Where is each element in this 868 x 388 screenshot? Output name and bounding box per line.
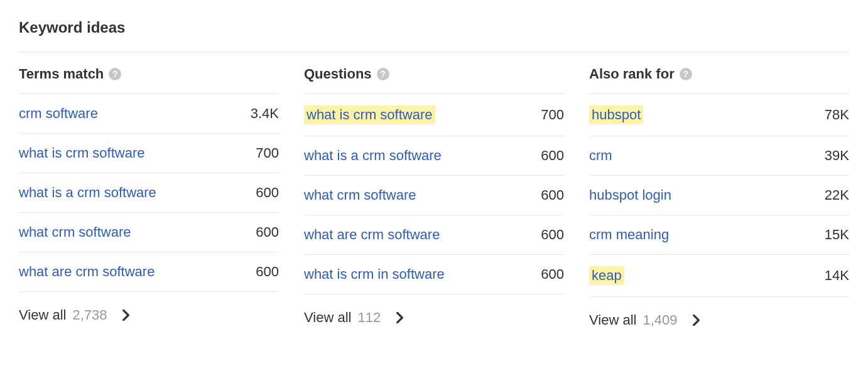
list-item: what is crm software 700 <box>19 134 279 173</box>
view-all-label: View all <box>19 307 66 323</box>
list-item: what is crm in software 600 <box>304 255 564 294</box>
list-item: hubspot login 22K <box>589 176 849 215</box>
keyword-link[interactable]: crm software <box>19 105 98 122</box>
keyword-link[interactable]: what is a crm software <box>19 185 156 201</box>
volume-value: 600 <box>256 264 279 280</box>
keyword-link[interactable]: what is crm in software <box>304 266 445 283</box>
keyword-link[interactable]: hubspot login <box>589 187 671 203</box>
column-header: Also rank for ? <box>589 52 849 94</box>
help-icon[interactable]: ? <box>109 68 121 80</box>
column-also-rank-for: Also rank for ? hubspot 78K crm 39K hubs… <box>589 52 849 328</box>
list-item: what is crm software 700 <box>304 94 564 136</box>
keyword-link[interactable]: hubspot <box>589 105 643 124</box>
view-all-button[interactable]: View all 2,738 <box>19 292 279 323</box>
volume-value: 700 <box>541 107 564 123</box>
volume-value: 22K <box>825 187 849 203</box>
volume-value: 78K <box>825 107 849 123</box>
list-item: what is a crm software 600 <box>19 173 279 213</box>
list-item: hubspot 78K <box>589 94 849 136</box>
view-all-count: 2,738 <box>72 307 107 323</box>
column-terms-match: Terms match ? crm software 3.4K what is … <box>19 52 279 328</box>
list-item: what crm software 600 <box>304 176 564 215</box>
keyword-link[interactable]: what is crm software <box>304 105 435 124</box>
volume-value: 14K <box>825 267 849 284</box>
volume-value: 15K <box>825 227 849 243</box>
volume-value: 39K <box>825 148 849 164</box>
help-icon[interactable]: ? <box>377 68 389 80</box>
keyword-link[interactable]: what crm software <box>304 187 416 203</box>
list-item: crm meaning 15K <box>589 215 849 255</box>
list-item: what are crm software 600 <box>304 215 564 255</box>
column-title: Questions <box>304 66 372 82</box>
volume-value: 600 <box>541 148 564 164</box>
volume-value: 3.4K <box>251 105 279 122</box>
keyword-link[interactable]: what is a crm software <box>304 148 442 164</box>
keyword-link[interactable]: what is crm software <box>19 145 145 161</box>
column-title: Terms match <box>19 66 104 82</box>
volume-value: 600 <box>541 266 564 283</box>
keyword-link[interactable]: crm <box>589 148 612 164</box>
column-questions: Questions ? what is crm software 700 wha… <box>304 52 564 328</box>
keyword-link[interactable]: what are crm software <box>304 227 440 243</box>
volume-value: 700 <box>256 145 279 161</box>
list-item: crm software 3.4K <box>19 94 279 134</box>
help-icon[interactable]: ? <box>680 68 692 80</box>
view-all-label: View all <box>304 310 351 326</box>
column-header: Questions ? <box>304 52 564 94</box>
volume-value: 600 <box>256 224 279 240</box>
keyword-link[interactable]: crm meaning <box>589 227 669 243</box>
chevron-right-icon <box>393 311 406 324</box>
list-item: what crm software 600 <box>19 213 279 252</box>
keyword-link[interactable]: what crm software <box>19 224 131 240</box>
list-item: what are crm software 600 <box>19 252 279 292</box>
view-all-count: 1,409 <box>643 312 677 328</box>
list-item: keap 14K <box>589 255 849 297</box>
view-all-button[interactable]: View all 1,409 <box>589 297 849 328</box>
chevron-right-icon <box>119 309 132 321</box>
volume-value: 600 <box>541 227 564 243</box>
view-all-button[interactable]: View all 112 <box>304 294 564 326</box>
chevron-right-icon <box>690 314 702 326</box>
keyword-link[interactable]: keap <box>589 266 624 285</box>
keyword-ideas-columns: Terms match ? crm software 3.4K what is … <box>19 51 849 328</box>
list-item: crm 39K <box>589 136 849 176</box>
view-all-label: View all <box>589 312 636 328</box>
column-title: Also rank for <box>589 66 675 82</box>
keyword-link[interactable]: what are crm software <box>19 264 155 280</box>
column-header: Terms match ? <box>19 52 279 94</box>
list-item: what is a crm software 600 <box>304 136 564 176</box>
volume-value: 600 <box>541 187 564 203</box>
section-title: Keyword ideas <box>19 19 849 51</box>
volume-value: 600 <box>256 185 279 201</box>
view-all-count: 112 <box>357 310 381 326</box>
